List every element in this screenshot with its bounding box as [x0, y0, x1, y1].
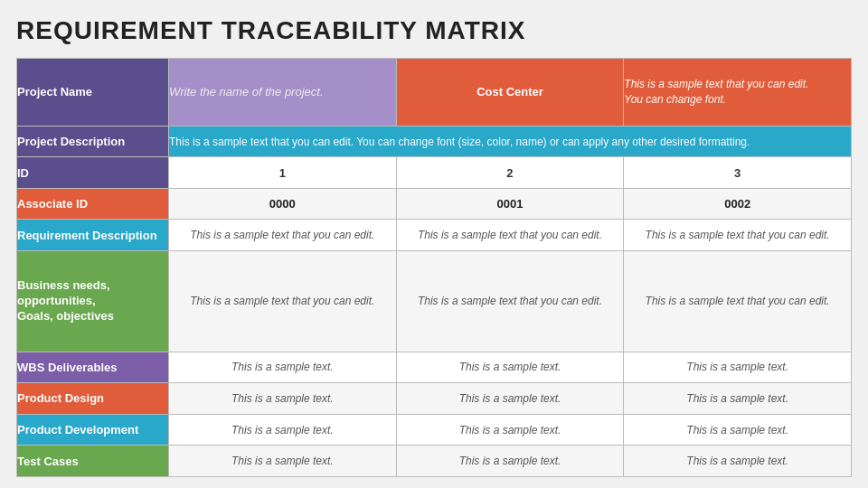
- row-wbs: WBS Deliverables This is a sample text. …: [17, 352, 852, 383]
- product-dev-col2: This is a sample text.: [396, 414, 624, 446]
- associate-id-col3: 0002: [624, 188, 852, 220]
- id-col2: 2: [396, 157, 624, 189]
- project-name-input[interactable]: Write the name of the project.: [169, 59, 397, 127]
- wbs-label: WBS Deliverables: [17, 352, 169, 383]
- test-cases-col1: This is a sample text.: [169, 446, 397, 477]
- row-project-name: Project Name Write the name of the proje…: [17, 59, 852, 127]
- cost-center-label: Cost Center: [396, 59, 624, 127]
- req-desc-col1: This is a sample text that you can edit.: [169, 220, 397, 251]
- row-business-needs: Business needs,opportunities,Goals, obje…: [17, 251, 852, 352]
- product-dev-label: Product Development: [17, 414, 169, 446]
- row-test-cases: Test Cases This is a sample text. This i…: [17, 446, 852, 477]
- row-associate-id: Associate ID 0000 0001 0002: [17, 188, 852, 220]
- business-needs-label: Business needs,opportunities,Goals, obje…: [17, 251, 169, 352]
- wbs-col1: This is a sample text.: [169, 352, 397, 383]
- associate-id-col1: 0000: [169, 188, 397, 220]
- product-design-col2: This is a sample text.: [396, 383, 624, 415]
- id-label: ID: [17, 157, 169, 189]
- test-cases-label: Test Cases: [17, 446, 169, 477]
- row-req-desc: Requirement Description This is a sample…: [17, 220, 852, 251]
- row-product-design: Product Design This is a sample text. Th…: [17, 383, 852, 415]
- req-desc-label: Requirement Description: [17, 220, 169, 251]
- row-product-dev: Product Development This is a sample tex…: [17, 414, 852, 446]
- wbs-col2: This is a sample text.: [396, 352, 624, 383]
- id-col3: 3: [624, 157, 852, 189]
- project-description-label: Project Description: [17, 126, 169, 157]
- business-needs-col1: This is a sample text that you can edit.: [169, 251, 397, 352]
- req-desc-col2: This is a sample text that you can edit.: [396, 220, 624, 251]
- test-cases-col3: This is a sample text.: [624, 446, 852, 477]
- project-name-label: Project Name: [17, 59, 169, 127]
- matrix-table: Project Name Write the name of the proje…: [16, 58, 852, 477]
- product-design-label: Product Design: [17, 383, 169, 415]
- test-cases-col2: This is a sample text.: [396, 446, 624, 477]
- associate-id-label: Associate ID: [17, 188, 169, 220]
- product-dev-col1: This is a sample text.: [169, 414, 397, 446]
- business-needs-col2: This is a sample text that you can edit.: [396, 251, 624, 352]
- project-description-text[interactable]: This is a sample text that you can edit.…: [169, 126, 852, 157]
- row-project-description: Project Description This is a sample tex…: [17, 126, 852, 157]
- product-dev-col3: This is a sample text.: [624, 414, 852, 446]
- page-title: REQUIREMENT TRACEABILITY MATRIX: [16, 16, 852, 45]
- product-design-col1: This is a sample text.: [169, 383, 397, 415]
- row-id: ID 1 2 3: [17, 157, 852, 189]
- product-design-col3: This is a sample text.: [624, 383, 852, 415]
- id-col1: 1: [169, 157, 397, 189]
- associate-id-col2: 0001: [396, 188, 624, 220]
- business-needs-col3: This is a sample text that you can edit.: [624, 251, 852, 352]
- cost-center-value[interactable]: This is a sample text that you can edit.…: [624, 59, 852, 127]
- wbs-col3: This is a sample text.: [624, 352, 852, 383]
- req-desc-col3: This is a sample text that you can edit.: [624, 220, 852, 251]
